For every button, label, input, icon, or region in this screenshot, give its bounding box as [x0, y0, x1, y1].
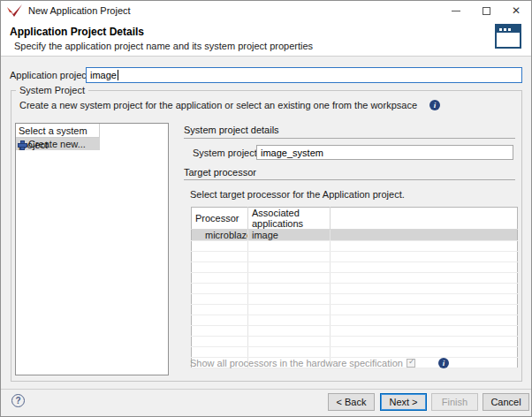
table-row-microblaze[interactable]: microblaze_0 image: [192, 230, 518, 241]
close-button[interactable]: ✕: [501, 1, 531, 20]
xilinx-logo-icon: [7, 4, 23, 17]
table-row-empty[interactable]: [192, 337, 518, 347]
applications-cell[interactable]: image: [248, 230, 331, 241]
page-subtitle: Specify the application project name and…: [14, 41, 313, 51]
show-all-processors-checkbox[interactable]: [407, 359, 415, 368]
table-row-empty[interactable]: [192, 347, 518, 358]
maximize-button[interactable]: [471, 1, 501, 20]
table-row-empty[interactable]: [192, 305, 518, 315]
plus-icon: [18, 140, 26, 148]
system-project-list-header[interactable]: Select a system project: [16, 124, 100, 138]
table-row-empty[interactable]: [192, 326, 518, 337]
wizard-header: Application Project Details Specify the …: [1, 20, 531, 57]
minimize-button[interactable]: [441, 1, 471, 20]
column-header-processor[interactable]: Processor: [192, 208, 248, 230]
cancel-button[interactable]: Cancel: [483, 393, 529, 411]
target-processor-description: Select target processor for the Applicat…: [190, 189, 405, 200]
new-window-wizard-icon: [495, 24, 521, 49]
system-project-name-input[interactable]: image_system: [256, 145, 513, 160]
help-icon: ?: [15, 396, 20, 406]
system-project-name-value: image_system: [261, 148, 323, 158]
processor-table[interactable]: Processor Associated applications microb…: [191, 207, 518, 368]
table-row-empty[interactable]: [192, 294, 518, 305]
column-header-associated-applications[interactable]: Associated applications: [248, 208, 331, 230]
separator: [184, 179, 515, 180]
wizard-body: Application project name: image System P…: [1, 57, 531, 389]
page-title: Application Project Details: [10, 26, 144, 38]
close-icon: ✕: [512, 4, 521, 17]
finish-button[interactable]: Finish: [431, 393, 478, 411]
minimize-icon: [452, 11, 460, 11]
target-processor-title: Target processor: [184, 167, 256, 178]
table-row-empty[interactable]: [192, 273, 518, 284]
system-project-group: System Project Create a new system proje…: [11, 90, 522, 382]
create-new-label: Create new...: [28, 139, 86, 149]
title-bar: New Application Project ✕: [1, 1, 531, 20]
list-item-create-new[interactable]: Create new...: [16, 138, 100, 150]
help-button[interactable]: ?: [11, 394, 25, 407]
app-project-name-value: image: [90, 70, 117, 80]
window-controls: ✕: [441, 1, 531, 20]
next-button[interactable]: Next >: [380, 393, 427, 411]
table-row-empty[interactable]: [192, 262, 518, 273]
maximize-icon: [483, 7, 490, 15]
table-row-empty[interactable]: [192, 241, 518, 252]
processor-cell[interactable]: microblaze_0: [192, 230, 248, 241]
button-bar: ? < Back Next > Finish Cancel: [1, 390, 531, 416]
table-row-empty[interactable]: [192, 315, 518, 326]
info-icon[interactable]: i: [438, 358, 449, 368]
app-project-name-input[interactable]: image: [86, 67, 522, 83]
processor-table-header-row: Processor Associated applications: [192, 208, 518, 230]
back-button[interactable]: < Back: [328, 393, 375, 411]
system-project-group-label: System Project: [16, 85, 88, 95]
new-application-project-dialog: { "window": { "title": "New Application …: [0, 0, 532, 417]
text-caret: [118, 70, 118, 80]
table-row-empty[interactable]: [192, 252, 518, 262]
window-title: New Application Project: [28, 5, 131, 16]
system-project-description: Create a new system project for the appl…: [19, 100, 417, 110]
table-row-empty[interactable]: [192, 284, 518, 294]
system-project-details-title: System project details: [184, 125, 279, 135]
system-project-list: Select a system project Create new...: [15, 123, 169, 375]
separator: [184, 138, 515, 139]
column-header-empty: [331, 208, 518, 230]
info-icon[interactable]: i: [429, 100, 440, 110]
show-all-processors-label: Show all processors in the hardware spec…: [190, 358, 403, 368]
